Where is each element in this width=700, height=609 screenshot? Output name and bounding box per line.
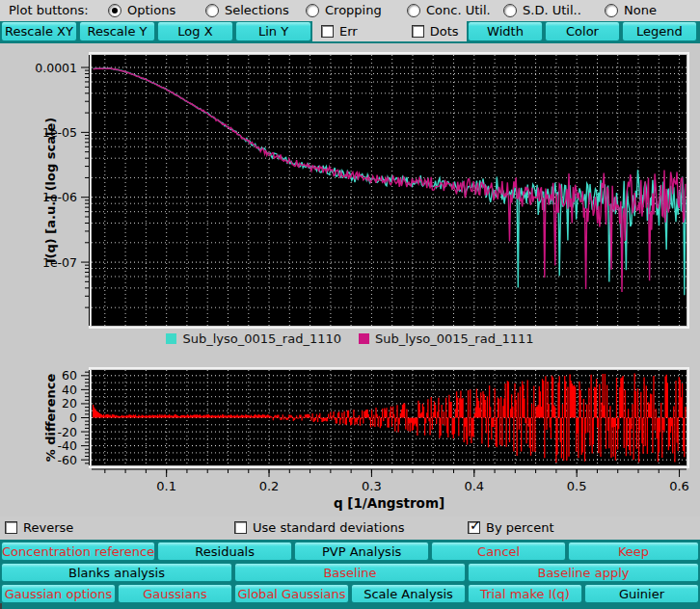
- radio-button-selections[interactable]: [205, 4, 219, 17]
- dots-checkbox-label: Dots: [430, 24, 459, 39]
- radio-button-cropping[interactable]: [306, 4, 319, 17]
- plot-buttons-label: Plot buttons:: [9, 3, 89, 17]
- options-checkbox-row: ReverseUse standard deviations✓By percen…: [0, 516, 700, 540]
- radio-label: Conc. Util.: [426, 3, 491, 17]
- somo-plot-window: Plot buttons: OptionsSelectionsCroppingC…: [0, 0, 700, 609]
- gaussian-options-button[interactable]: Gaussian options: [1, 584, 116, 603]
- radio-cropping[interactable]: Cropping: [306, 3, 382, 17]
- action-button-rows: Concentration referenceResidualsPVP Anal…: [0, 540, 700, 603]
- use-standard-deviations-checkbox[interactable]: [234, 521, 247, 534]
- plot-legend: Sub_lyso_0015_rad_1110Sub_lyso_0015_rad_…: [0, 329, 700, 348]
- legend-entry-sub-lyso-0015-rad-1111: Sub_lyso_0015_rad_1111: [359, 331, 534, 346]
- y-tick-label: 0.0001: [35, 61, 77, 75]
- x-tick-label: 0.4: [464, 479, 484, 493]
- diff-y-axis-title: % difference: [43, 373, 58, 462]
- use-standard-deviations-checkbox-item[interactable]: Use standard deviations: [234, 520, 404, 535]
- global-gaussians-button[interactable]: Global Gaussians: [234, 584, 349, 603]
- radio-label: Selections: [225, 3, 289, 17]
- legend-label: Sub_lyso_0015_rad_1111: [375, 331, 534, 346]
- y-tick-label: 40: [62, 383, 77, 397]
- err-checkbox-item[interactable]: Err: [321, 24, 358, 39]
- trial-make-i-q-button[interactable]: Trial make I(q): [468, 584, 582, 603]
- x-tick-label: 0.1: [156, 479, 176, 493]
- radio-label: Options: [127, 3, 175, 17]
- action-row-2: Blanks analysisBaselineBaseline apply: [0, 563, 700, 582]
- plot-panel: 0.00011e-051e-061e-07I(q) [a.u.] (log sc…: [0, 43, 700, 516]
- err-checkbox[interactable]: [321, 25, 334, 38]
- dots-checkbox[interactable]: [412, 25, 424, 38]
- err-checkbox-label: Err: [339, 24, 358, 39]
- x-tick-label: 0.5: [567, 479, 587, 493]
- check-mark: ✓: [470, 518, 481, 532]
- radio-label: Cropping: [325, 3, 382, 17]
- y-tick-label: 0: [69, 410, 77, 425]
- radio-button-options[interactable]: [108, 4, 121, 17]
- y-tick-label: 20: [62, 396, 77, 410]
- color-button[interactable]: Color: [545, 21, 620, 41]
- y-tick-label: 60: [62, 368, 77, 383]
- residuals-button[interactable]: Residuals: [157, 542, 292, 561]
- rescale-xy-button[interactable]: Rescale XY: [1, 21, 77, 41]
- y-tick-label: -40: [58, 438, 77, 453]
- legend-entry-sub-lyso-0015-rad-1110: Sub_lyso_0015_rad_1110: [166, 331, 341, 346]
- y-tick-label: -20: [58, 425, 77, 439]
- guinier-button[interactable]: Guinier: [584, 584, 699, 603]
- x-tick-label: 0.3: [362, 479, 382, 493]
- y-tick-label: -60: [58, 453, 77, 467]
- lin-y-button[interactable]: Lin Y: [235, 21, 311, 41]
- radio-label: None: [624, 3, 657, 17]
- x-tick-label: 0.6: [669, 479, 689, 493]
- gaussians-button[interactable]: Gaussians: [118, 584, 232, 603]
- radio-s-d-util[interactable]: S.D. Util..: [503, 3, 581, 17]
- by-percent-checkbox[interactable]: ✓: [468, 521, 480, 534]
- radio-none[interactable]: None: [605, 3, 657, 17]
- rescale-y-button[interactable]: Rescale Y: [79, 21, 155, 41]
- legend-swatch: [359, 333, 369, 344]
- width-button[interactable]: Width: [468, 21, 543, 41]
- plot-buttons-row: Plot buttons: OptionsSelectionsCroppingC…: [0, 0, 700, 21]
- reverse-checkbox-item[interactable]: Reverse: [5, 520, 73, 535]
- plot-controls-row: Rescale XYRescale YLog XLin YErrDotsWidt…: [0, 21, 700, 43]
- keep-button[interactable]: Keep: [568, 542, 699, 561]
- blanks-analysis-button[interactable]: Blanks analysis: [1, 563, 232, 582]
- legend-swatch: [166, 333, 176, 344]
- scale-analysis-button[interactable]: Scale Analysis: [351, 584, 466, 603]
- scattering-plots: 0.00011e-051e-061e-07I(q) [a.u.] (log sc…: [0, 43, 700, 516]
- by-percent-checkbox-item[interactable]: ✓By percent: [468, 520, 554, 535]
- legend-button[interactable]: Legend: [622, 21, 697, 41]
- legend-label: Sub_lyso_0015_rad_1110: [182, 331, 341, 346]
- pvp-analysis-button[interactable]: PVP Analysis: [294, 542, 429, 561]
- dots-checkbox-item[interactable]: Dots: [412, 24, 459, 39]
- radio-button-conc-util[interactable]: [407, 4, 420, 17]
- by-percent-checkbox-label: By percent: [486, 520, 554, 535]
- radio-button-s-d-util[interactable]: [503, 4, 517, 17]
- radio-options[interactable]: Options: [108, 3, 175, 17]
- log-x-button[interactable]: Log X: [157, 21, 233, 41]
- radio-selected-dot: [112, 8, 118, 13]
- reverse-checkbox-label: Reverse: [23, 520, 73, 535]
- radio-label: S.D. Util..: [523, 3, 581, 17]
- concentration-reference-button[interactable]: Concentration reference: [1, 542, 155, 561]
- baseline-apply-button[interactable]: Baseline apply: [468, 563, 699, 582]
- action-row-3: Gaussian optionsGaussiansGlobal Gaussian…: [0, 584, 700, 603]
- x-tick-label: 0.2: [259, 479, 280, 493]
- reverse-checkbox[interactable]: [5, 521, 17, 534]
- main-y-axis-title: I(q) [a.u.] (log scale): [43, 118, 58, 263]
- use-standard-deviations-checkbox-label: Use standard deviations: [253, 520, 404, 535]
- x-axis-title: q [1/Angstrom]: [334, 495, 444, 511]
- radio-conc-util[interactable]: Conc. Util.: [407, 3, 491, 17]
- radio-selections[interactable]: Selections: [205, 3, 289, 17]
- action-row-1: Concentration referenceResidualsPVP Anal…: [0, 542, 700, 561]
- radio-button-none[interactable]: [605, 4, 618, 17]
- cancel-button[interactable]: Cancel: [431, 542, 566, 561]
- err-dots-panel: ErrDots: [312, 21, 467, 41]
- baseline-button[interactable]: Baseline: [234, 563, 466, 582]
